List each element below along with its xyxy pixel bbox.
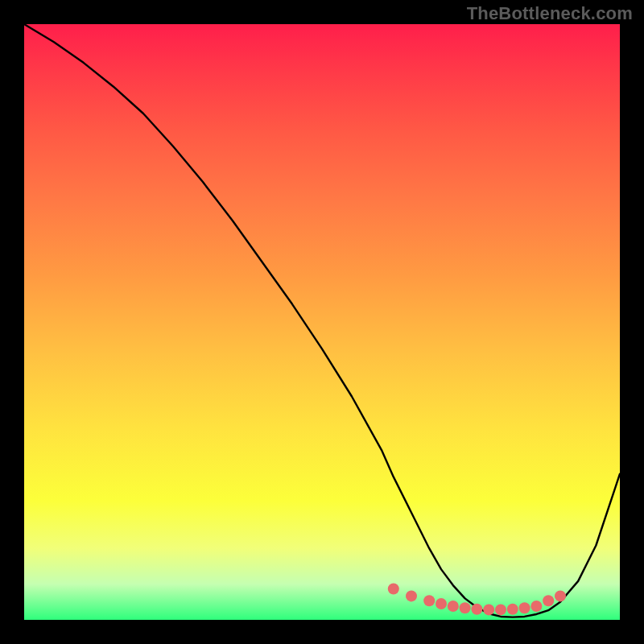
- highlight-dot: [507, 604, 518, 615]
- highlight-dot: [471, 604, 482, 615]
- highlight-dot: [495, 604, 506, 615]
- highlight-dot: [423, 595, 435, 606]
- highlight-dot: [519, 602, 530, 613]
- highlight-dot: [406, 590, 417, 601]
- watermark-label: TheBottleneck.com: [467, 3, 633, 24]
- highlight-dot: [483, 604, 494, 615]
- chart-frame: TheBottleneck.com: [0, 0, 644, 644]
- plot-area: [24, 24, 620, 620]
- curve-path: [24, 24, 620, 617]
- highlight-dot: [436, 598, 447, 609]
- highlight-dot: [460, 602, 471, 613]
- chart-svg: [24, 24, 620, 620]
- highlight-dot: [448, 601, 459, 612]
- highlight-dot: [555, 590, 566, 601]
- highlight-dots-group: [388, 584, 566, 616]
- highlight-dot: [543, 595, 554, 606]
- highlight-dot: [388, 584, 399, 595]
- highlight-dot: [530, 601, 542, 612]
